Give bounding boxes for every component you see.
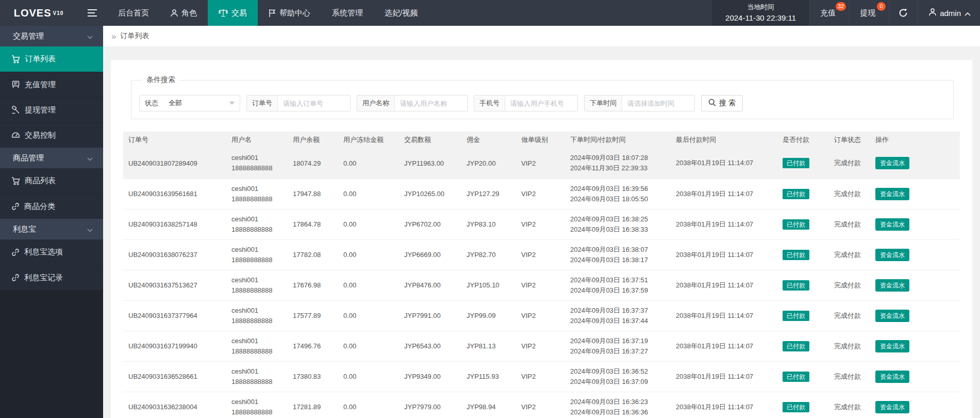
paid-cell: 已付款 xyxy=(777,239,829,270)
search-filters: 条件搜索 状态 全部 订单号 用户名称 xyxy=(131,75,954,119)
user-cell: ceshi00118888888888 xyxy=(226,148,288,179)
sidebar-item-product-list[interactable]: 商品列表 xyxy=(0,168,103,194)
last-pay-time-cell: 2038年01月19日 11:14:07 xyxy=(671,300,777,331)
table-row[interactable]: UB2409031636238004ceshi00118888888888172… xyxy=(123,392,960,418)
user-icon xyxy=(171,9,178,17)
user-cell: ceshi00118888888888 xyxy=(226,392,288,418)
sidebar-item-label: 订单列表 xyxy=(25,54,56,64)
balance-cell: 17947.88 xyxy=(288,179,338,209)
fund-flow-button[interactable]: 资金流水 xyxy=(875,188,909,200)
nav-item-roles[interactable]: 角色 xyxy=(160,0,208,26)
sidebar-item-order-list[interactable]: 订单列表 xyxy=(0,46,103,72)
withdraw-button[interactable]: 提现 0 xyxy=(849,0,889,26)
table-row[interactable]: UB2409031637513627ceshi00118888888888176… xyxy=(123,270,960,300)
fund-flow-button[interactable]: 资金流水 xyxy=(875,218,909,231)
last-pay-time-cell: 2038年01月19日 11:14:07 xyxy=(671,148,777,179)
nav-item-system[interactable]: 系统管理 xyxy=(321,0,374,26)
sidebar-group-trade-management[interactable]: 交易管理 xyxy=(0,26,103,46)
breadcrumb: » 订单列表 xyxy=(103,26,980,47)
sidebar-item-label: 充值管理 xyxy=(25,80,56,90)
refresh-icon[interactable] xyxy=(889,0,917,26)
pay-time: 2024年11月30日 22:39:33 xyxy=(570,163,666,173)
fund-flow-button[interactable]: 资金流水 xyxy=(875,157,909,169)
sidebar-item-interest-options[interactable]: 利息宝选项 xyxy=(0,239,103,265)
user-cell: ceshi00118888888888 xyxy=(226,209,288,239)
orders-table-wrap: 订单号用户名用户余额用户冻结金额交易数额佣金做单级别下单时间/付款时间最后付款时… xyxy=(123,132,960,418)
action-cell: 资金流水 xyxy=(870,392,960,418)
user-phone: 18888888888 xyxy=(231,255,283,265)
nav-item-help-center[interactable]: 帮助中心 xyxy=(258,0,321,26)
table-row[interactable]: UB2409031638076237ceshi00118888888888177… xyxy=(123,239,960,270)
column-header: 用户名 xyxy=(226,132,288,148)
action-cell: 资金流水 xyxy=(870,331,960,361)
sidebar-group-product-management[interactable]: 商品管理 xyxy=(0,148,103,168)
phone-input[interactable] xyxy=(505,95,577,111)
fund-flow-button[interactable]: 资金流水 xyxy=(875,401,909,413)
cart-icon xyxy=(11,55,20,63)
chevron-down-icon xyxy=(87,32,93,41)
paid-cell: 已付款 xyxy=(777,361,829,392)
level-cell: VIP2 xyxy=(516,270,565,300)
sidebar-item-label: 交易控制 xyxy=(25,131,56,140)
sidebar-item-withdraw-management[interactable]: 提现管理 xyxy=(0,97,103,122)
sidebar-item-recharge-management[interactable]: 充值管理 xyxy=(0,72,103,97)
user-menu[interactable]: admin xyxy=(917,0,980,26)
app-logo: LOVES V10 xyxy=(0,0,77,26)
level-cell: VIP2 xyxy=(516,331,565,361)
pay-time: 2024年09月03日 18:05:50 xyxy=(570,194,666,204)
balance-cell: 17782.08 xyxy=(288,239,338,270)
table-row[interactable]: UB2409031639561681ceshi00118888888888179… xyxy=(123,179,960,209)
username-input[interactable] xyxy=(395,95,467,111)
order-pay-time-cell: 2024年09月03日 16:38:072024年09月03日 16:38:17 xyxy=(565,239,671,270)
user-name: ceshi001 xyxy=(231,397,283,407)
sidebar-item-product-category[interactable]: 商品分类 xyxy=(0,194,103,219)
withdraw-count-badge: 0 xyxy=(877,2,886,11)
order-no-cell: UB2409031636238004 xyxy=(123,392,226,418)
status-select[interactable]: 全部 xyxy=(163,95,240,111)
fund-flow-button[interactable]: 资金流水 xyxy=(875,340,909,352)
table-row[interactable]: UB2409031637199940ceshi00118888888888174… xyxy=(123,331,960,361)
recharge-button[interactable]: 充值 32 xyxy=(809,0,849,26)
nav-item-trade[interactable]: 交易 xyxy=(208,0,258,26)
scales-icon xyxy=(219,9,228,17)
paid-badge: 已付款 xyxy=(783,250,809,260)
sidebar-group-interest-treasure[interactable]: 利息宝 xyxy=(0,219,103,239)
order-time: 2024年09月03日 16:37:37 xyxy=(570,306,666,316)
hamburger-icon[interactable] xyxy=(77,0,107,26)
order-time-input[interactable] xyxy=(622,95,694,111)
commission-cell: JYP81.13 xyxy=(461,331,516,361)
nav-item-dashboard[interactable]: 后台首页 xyxy=(107,0,160,26)
search-button[interactable]: 搜 索 xyxy=(701,95,743,111)
balance-cell: 18074.29 xyxy=(288,148,338,179)
order-pay-time-cell: 2024年09月03日 16:37:192024年09月03日 16:37:27 xyxy=(565,331,671,361)
sidebar: 交易管理 订单列表 充值管理 提现管理 交易控制 商品管理 商品列表 商品分类 … xyxy=(0,26,103,418)
table-row[interactable]: UB2409031637377964ceshi00118888888888175… xyxy=(123,300,960,331)
sidebar-item-label: 利息宝选项 xyxy=(24,247,63,257)
fund-flow-button[interactable]: 资金流水 xyxy=(875,310,909,322)
pay-time: 2024年09月03日 16:37:59 xyxy=(570,285,666,296)
sidebar-item-interest-records[interactable]: 利息宝记录 xyxy=(0,265,103,290)
pay-time: 2024年09月03日 16:38:33 xyxy=(570,224,666,235)
last-pay-time-cell: 2038年01月19日 11:14:07 xyxy=(671,392,777,418)
commission-cell: JYP98.94 xyxy=(461,392,516,418)
amount-cell: JYP9349.00 xyxy=(399,361,461,392)
frozen-cell: 0.00 xyxy=(338,300,399,331)
fund-flow-button[interactable]: 资金流水 xyxy=(875,249,909,261)
table-row[interactable]: UB2409031636528661ceshi00118888888888173… xyxy=(123,361,960,392)
level-cell: VIP2 xyxy=(516,179,565,209)
commission-cell: JYP83.10 xyxy=(461,209,516,239)
frozen-cell: 0.00 xyxy=(338,392,399,418)
order-time: 2024年09月03日 16:37:51 xyxy=(570,275,666,285)
frozen-cell: 0.00 xyxy=(338,270,399,300)
breadcrumb-label: 订单列表 xyxy=(120,31,149,41)
fund-flow-button[interactable]: 资金流水 xyxy=(875,279,909,292)
fund-flow-button[interactable]: 资金流水 xyxy=(875,371,909,383)
table-row[interactable]: UB2409031638257148ceshi00118888888888178… xyxy=(123,209,960,239)
order-no-input[interactable] xyxy=(278,95,350,111)
table-row[interactable]: UB2409031807289409ceshi00118888888888180… xyxy=(123,148,960,179)
order-pay-time-cell: 2024年09月03日 16:38:252024年09月03日 16:38:33 xyxy=(565,209,671,239)
local-time-label: 当地时间 xyxy=(748,2,774,12)
sidebar-item-label: 利息宝记录 xyxy=(24,273,63,283)
nav-item-video[interactable]: 选妃/视频 xyxy=(374,0,428,26)
sidebar-item-trade-control[interactable]: 交易控制 xyxy=(0,122,103,148)
